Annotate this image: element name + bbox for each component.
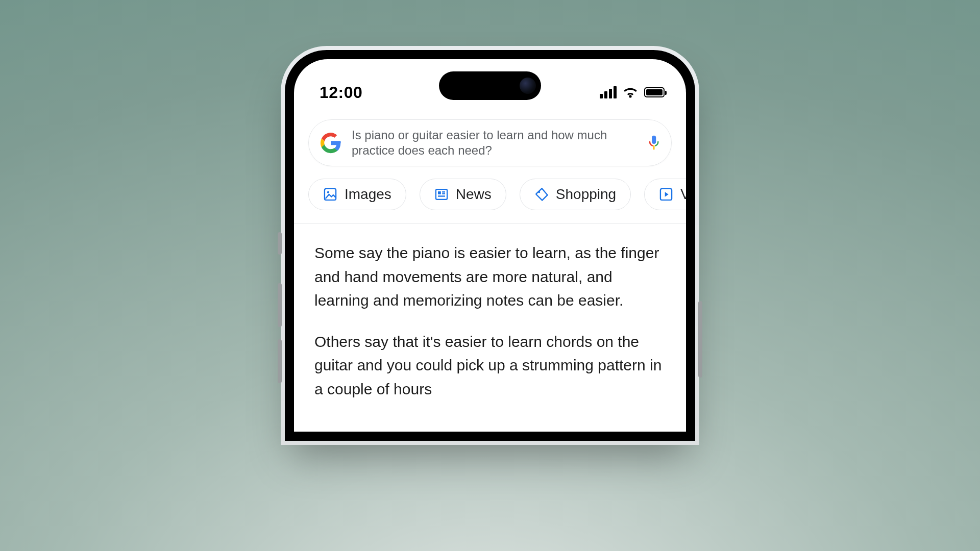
phone-screen: 12:00 Is piano or guitar easier t <box>294 59 686 432</box>
wifi-icon <box>623 87 638 98</box>
side-button-vol-down <box>278 339 282 383</box>
search-results: Some say the piano is easier to learn, a… <box>294 224 686 401</box>
mic-icon[interactable] <box>648 133 660 153</box>
tab-videos[interactable]: Vide <box>644 179 686 210</box>
side-button-vol-up <box>278 283 282 327</box>
phone-bezel: 12:00 Is piano or guitar easier t <box>285 50 695 441</box>
search-query-text[interactable]: Is piano or guitar easier to learn and h… <box>352 128 638 158</box>
result-paragraph: Some say the piano is easier to learn, a… <box>314 241 666 313</box>
svg-point-3 <box>327 191 329 193</box>
battery-icon <box>644 87 665 97</box>
google-logo-icon <box>320 132 341 154</box>
search-bar[interactable]: Is piano or guitar easier to learn and h… <box>308 119 672 166</box>
svg-rect-4 <box>436 189 447 199</box>
images-icon <box>323 187 337 202</box>
phone-frame: 12:00 Is piano or guitar easier t <box>281 46 699 445</box>
status-right <box>600 86 665 98</box>
svg-point-9 <box>538 191 540 193</box>
status-time: 12:00 <box>320 83 362 102</box>
video-icon <box>659 187 673 202</box>
svg-rect-5 <box>438 191 441 194</box>
svg-rect-0 <box>652 136 656 144</box>
search-tabs[interactable]: Images News Shopping Vide <box>294 166 686 224</box>
tab-shopping[interactable]: Shopping <box>520 179 631 210</box>
tab-label: Vide <box>680 186 686 203</box>
result-paragraph: Others say that it's easier to learn cho… <box>314 330 666 402</box>
dynamic-island <box>439 71 541 100</box>
tab-label: Images <box>345 186 391 203</box>
side-button-mute <box>278 232 282 255</box>
news-icon <box>434 187 449 202</box>
tab-label: Shopping <box>556 186 616 203</box>
shopping-icon <box>534 187 549 202</box>
tab-label: News <box>456 186 492 203</box>
tab-news[interactable]: News <box>420 179 506 210</box>
side-button-power <box>698 301 702 378</box>
cellular-icon <box>600 86 617 98</box>
tab-images[interactable]: Images <box>308 179 406 210</box>
